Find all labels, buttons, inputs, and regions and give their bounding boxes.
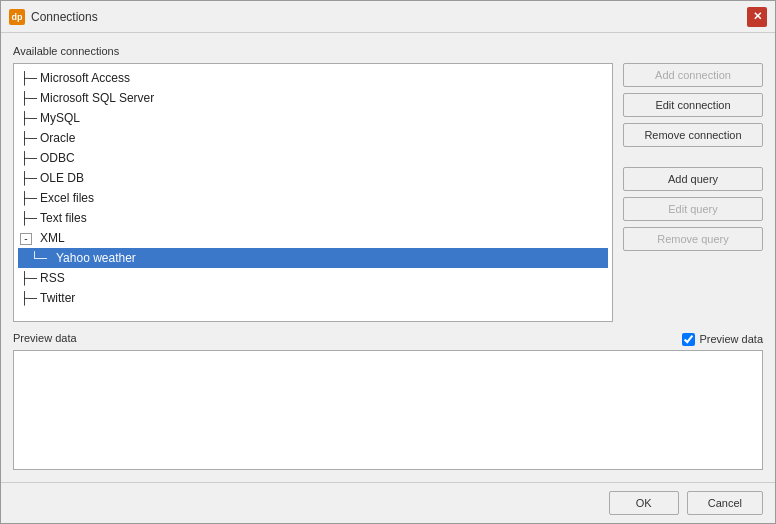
tree-item-microsoft-access[interactable]: ├─Microsoft Access	[18, 68, 608, 88]
tree-item-label: Twitter	[40, 289, 75, 307]
indent-spacer: ├─	[20, 169, 40, 187]
tree-item-oracle[interactable]: ├─Oracle	[18, 128, 608, 148]
ok-button[interactable]: OK	[609, 491, 679, 515]
tree-item-text-files[interactable]: ├─Text files	[18, 208, 608, 228]
connections-dialog: dp Connections ✕ Available connections ├…	[0, 0, 776, 524]
remove-connection-button[interactable]: Remove connection	[623, 123, 763, 147]
preview-section: Preview data Preview data	[13, 332, 763, 470]
tree-item-microsoft-sql-server[interactable]: ├─Microsoft SQL Server	[18, 88, 608, 108]
add-connection-button[interactable]: Add connection	[623, 63, 763, 87]
tree-item-label: Microsoft Access	[40, 69, 130, 87]
tree-item-excel-files[interactable]: ├─Excel files	[18, 188, 608, 208]
child-indent: └─	[20, 249, 56, 267]
indent-spacer: ├─	[20, 89, 40, 107]
preview-header: Preview data Preview data	[13, 332, 763, 346]
tree-item-label: MySQL	[40, 109, 80, 127]
dialog-footer: OK Cancel	[1, 482, 775, 523]
title-bar: dp Connections ✕	[1, 1, 775, 33]
tree-item-label: OLE DB	[40, 169, 84, 187]
add-query-button[interactable]: Add query	[623, 167, 763, 191]
expand-icon[interactable]: -	[20, 233, 32, 245]
indent-spacer: ├─	[20, 289, 40, 307]
tree-item-label: RSS	[40, 269, 65, 287]
tree-item-label: Excel files	[40, 189, 94, 207]
tree-item-yahoo-weather[interactable]: └─Yahoo weather	[18, 248, 608, 268]
preview-checkbox[interactable]	[682, 333, 695, 346]
connections-panel-label: Available connections	[13, 45, 613, 57]
tree-item-xml[interactable]: -XML	[18, 228, 608, 248]
indent-spacer: ├─	[20, 69, 40, 87]
preview-checkbox-label[interactable]: Preview data	[682, 333, 763, 346]
cancel-button[interactable]: Cancel	[687, 491, 763, 515]
dialog-content: Available connections ├─Microsoft Access…	[1, 33, 775, 482]
tree-item-odbc[interactable]: ├─ODBC	[18, 148, 608, 168]
remove-query-button[interactable]: Remove query	[623, 227, 763, 251]
connections-list[interactable]: ├─Microsoft Access├─Microsoft SQL Server…	[13, 63, 613, 322]
indent-spacer: ├─	[20, 109, 40, 127]
indent-spacer: ├─	[20, 209, 40, 227]
close-button[interactable]: ✕	[747, 7, 767, 27]
app-icon: dp	[9, 9, 25, 25]
indent-spacer: ├─	[20, 129, 40, 147]
tree-item-label: Text files	[40, 209, 87, 227]
dialog-title: Connections	[31, 10, 98, 24]
indent-spacer: ├─	[20, 189, 40, 207]
edit-connection-button[interactable]: Edit connection	[623, 93, 763, 117]
tree-item-label: ODBC	[40, 149, 75, 167]
tree-item-twitter[interactable]: ├─Twitter	[18, 288, 608, 308]
buttons-panel: Add connection Edit connection Remove co…	[623, 45, 763, 322]
indent-spacer: ├─	[20, 269, 40, 287]
tree-item-mysql[interactable]: ├─MySQL	[18, 108, 608, 128]
tree-item-label: XML	[40, 229, 65, 247]
tree-item-rss[interactable]: ├─RSS	[18, 268, 608, 288]
edit-query-button[interactable]: Edit query	[623, 197, 763, 221]
connections-panel: Available connections ├─Microsoft Access…	[13, 45, 613, 322]
tree-item-label: Yahoo weather	[56, 249, 136, 267]
tree-item-label: Microsoft SQL Server	[40, 89, 154, 107]
preview-box	[13, 350, 763, 470]
title-bar-left: dp Connections	[9, 9, 98, 25]
tree-item-ole-db[interactable]: ├─OLE DB	[18, 168, 608, 188]
preview-checkbox-text: Preview data	[699, 333, 763, 345]
indent-spacer: -	[20, 229, 40, 247]
preview-label: Preview data	[13, 332, 77, 344]
indent-spacer: ├─	[20, 149, 40, 167]
top-section: Available connections ├─Microsoft Access…	[13, 45, 763, 322]
tree-item-label: Oracle	[40, 129, 75, 147]
